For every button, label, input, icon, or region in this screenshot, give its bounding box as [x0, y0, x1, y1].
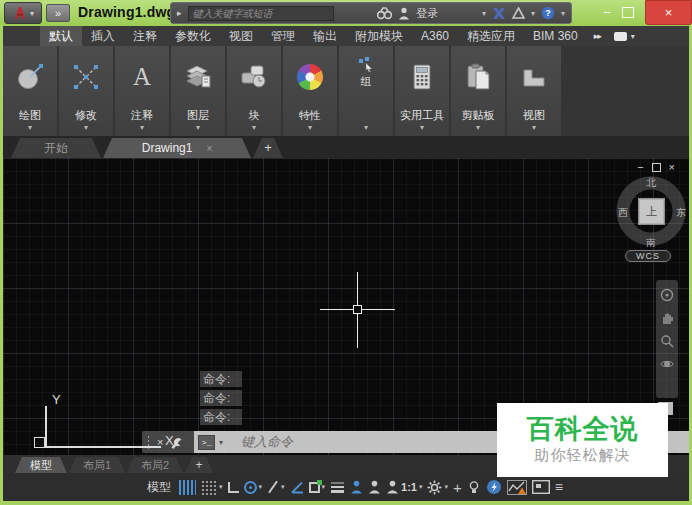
panel-layers[interactable]: 图层 ▾: [171, 46, 225, 136]
signin-caret-icon[interactable]: ▾: [482, 9, 486, 18]
lineweight-toggle[interactable]: [330, 481, 345, 493]
viewcube-south-label[interactable]: 南: [646, 236, 656, 250]
panel-clipboard-expand-icon[interactable]: ▾: [476, 122, 480, 136]
infocenter-search-input[interactable]: [188, 6, 334, 21]
ribbon-tab-insert[interactable]: 插入: [82, 26, 124, 46]
search-binoculars-icon[interactable]: [377, 7, 392, 20]
application-menu-button[interactable]: ▾: [4, 2, 42, 24]
a360-caret-icon[interactable]: ▾: [531, 9, 535, 18]
close-button[interactable]: ×: [645, 0, 692, 25]
scale-caret-icon[interactable]: ▾: [419, 483, 423, 491]
object-snap-toggle[interactable]: ▾: [309, 482, 326, 493]
wcs-dropdown[interactable]: WCS: [625, 250, 671, 262]
new-drawing-tab-button[interactable]: +: [253, 138, 283, 158]
object-snap-caret-icon[interactable]: ▾: [322, 483, 326, 491]
orbit-icon[interactable]: [660, 357, 674, 371]
panel-draw-expand-icon[interactable]: ▾: [28, 122, 32, 136]
grid-display-toggle[interactable]: [179, 480, 196, 495]
minimize-button[interactable]: −: [598, 5, 616, 20]
file-tab-start[interactable]: 开始: [11, 138, 101, 158]
panel-properties-expand-icon[interactable]: ▾: [308, 122, 312, 136]
ribbon-tab-manage[interactable]: 管理: [262, 26, 304, 46]
ribbon-tab-featured-apps[interactable]: 精选应用: [458, 26, 524, 46]
hardware-acceleration-toggle[interactable]: [486, 479, 502, 495]
annotation-monitor-toggle[interactable]: +: [453, 479, 462, 496]
annotation-visibility-toggle[interactable]: [350, 480, 363, 494]
viewcube-west-label[interactable]: 西: [618, 206, 628, 220]
performance-monitor-button[interactable]: [507, 480, 527, 495]
ribbon-tab-bim360[interactable]: BIM 360: [524, 26, 587, 46]
navigation-bar[interactable]: [656, 280, 678, 398]
panel-group[interactable]: 组 ▾: [339, 46, 393, 136]
file-tab-close-icon[interactable]: ×: [206, 143, 212, 154]
viewcube[interactable]: 北 南 西 东 上: [614, 174, 688, 248]
layout-tab-model[interactable]: 模型: [15, 457, 67, 473]
panel-modify[interactable]: 修改 ▾: [59, 46, 113, 136]
panel-view-expand-icon[interactable]: ▾: [532, 122, 536, 136]
ribbon-tab-annotate[interactable]: 注释: [124, 26, 166, 46]
polar-tracking-toggle[interactable]: ▾: [244, 481, 263, 494]
polar-caret-icon[interactable]: ▾: [259, 483, 263, 491]
annotation-autoscale-toggle[interactable]: [368, 480, 381, 494]
layout-tab-layout1[interactable]: 布局1: [69, 457, 125, 473]
workspace-caret-icon[interactable]: ▾: [444, 483, 448, 491]
snap-mode-toggle[interactable]: ▾: [201, 480, 223, 495]
scale-value[interactable]: 1:1: [401, 481, 417, 493]
search-expand-icon[interactable]: ▸: [177, 8, 182, 18]
ortho-mode-toggle[interactable]: [228, 482, 239, 493]
zoom-magnifier-icon[interactable]: [660, 334, 674, 348]
viewcube-east-label[interactable]: 东: [676, 206, 686, 220]
panel-annotate-expand-icon[interactable]: ▾: [140, 122, 144, 136]
doc-minimize-icon[interactable]: −: [637, 161, 643, 173]
help-caret-icon[interactable]: ▾: [561, 9, 565, 18]
isodraft-caret-icon[interactable]: ▾: [281, 483, 285, 491]
file-tab-drawing1[interactable]: Drawing1×: [103, 138, 251, 158]
a360-connect-icon[interactable]: [512, 7, 525, 19]
panel-view[interactable]: 视图 ▾: [507, 46, 561, 136]
panel-modify-expand-icon[interactable]: ▾: [84, 122, 88, 136]
layout-tab-layout2[interactable]: 布局2: [127, 457, 183, 473]
viewcube-north-label[interactable]: 北: [646, 176, 656, 190]
object-snap-tracking-toggle[interactable]: [290, 481, 304, 494]
customize-menu-button[interactable]: ≡: [555, 479, 563, 495]
panel-block-expand-icon[interactable]: ▾: [252, 122, 256, 136]
doc-close-icon[interactable]: ×: [669, 161, 675, 173]
ribbon-tab-output[interactable]: 输出: [304, 26, 346, 46]
command-recent-caret-icon[interactable]: ▾: [219, 438, 223, 447]
exchange-apps-icon[interactable]: [492, 7, 506, 20]
annotation-scale-button[interactable]: 1:1 ▾: [386, 480, 422, 494]
panel-annotate[interactable]: A 注释 ▾: [115, 46, 169, 136]
ribbon-tab-view[interactable]: 视图: [220, 26, 262, 46]
panel-clipboard[interactable]: 剪贴板 ▾: [451, 46, 505, 136]
panel-properties[interactable]: 特性 ▾: [283, 46, 337, 136]
ribbon-tab-a360[interactable]: A360: [412, 26, 458, 46]
model-space-button[interactable]: 模型: [147, 479, 171, 496]
quick-access-expand-button[interactable]: »: [46, 4, 70, 22]
panel-draw[interactable]: 绘图 ▾: [3, 46, 57, 136]
navigation-wheel-icon[interactable]: [660, 288, 674, 302]
ribbon-tab-default[interactable]: 默认: [40, 26, 82, 46]
panel-layers-expand-icon[interactable]: ▾: [196, 122, 200, 136]
ribbon-display-toggle-button[interactable]: ▾: [608, 26, 641, 46]
signin-user-icon[interactable]: [398, 7, 410, 20]
panel-block[interactable]: 块 ▾: [227, 46, 281, 136]
clean-screen-button[interactable]: [532, 480, 550, 494]
signin-label[interactable]: 登录: [416, 6, 438, 21]
maximize-button[interactable]: [622, 7, 634, 18]
command-prompt-icon[interactable]: >_: [198, 435, 215, 450]
panel-group-expand-icon[interactable]: ▾: [364, 122, 368, 136]
help-icon[interactable]: ?: [541, 6, 555, 20]
viewcube-top-face[interactable]: 上: [638, 198, 665, 225]
panel-utilities[interactable]: 实用工具 ▾: [395, 46, 449, 136]
panel-utilities-expand-icon[interactable]: ▾: [420, 122, 424, 136]
new-layout-button[interactable]: +: [185, 457, 213, 473]
ribbon-tab-overflow-icon[interactable]: ▸▸: [587, 26, 608, 46]
isolate-objects-button[interactable]: [467, 480, 481, 494]
isometric-drafting-toggle[interactable]: ▾: [267, 480, 285, 494]
doc-restore-icon[interactable]: [652, 163, 661, 172]
ribbon-tab-addins[interactable]: 附加模块: [346, 26, 412, 46]
ribbon-tab-parametric[interactable]: 参数化: [166, 26, 220, 46]
pan-hand-icon[interactable]: [661, 311, 674, 325]
snap-caret-icon[interactable]: ▾: [219, 483, 223, 491]
workspace-switch-button[interactable]: ▾: [427, 480, 448, 495]
